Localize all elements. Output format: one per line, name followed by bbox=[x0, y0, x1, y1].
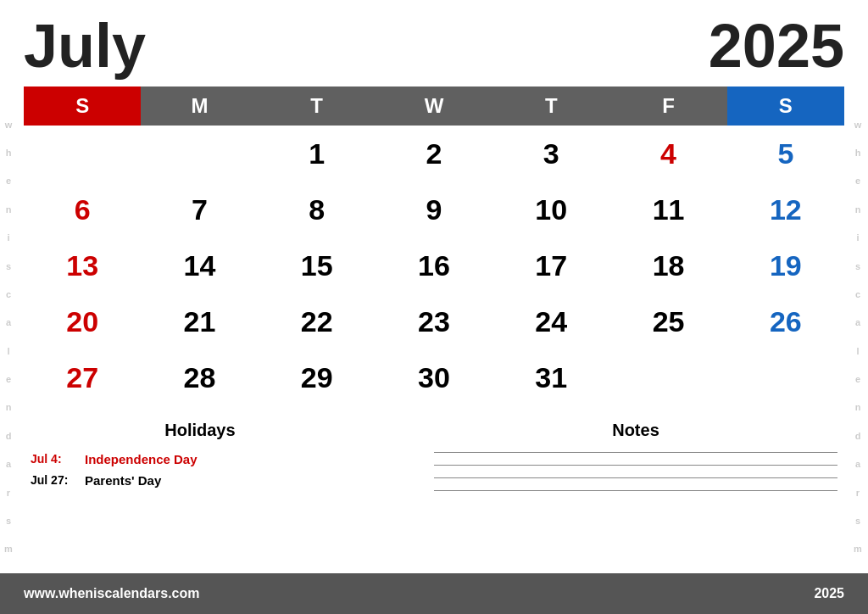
notes-section: Notes bbox=[434, 421, 837, 494]
day-8: 8 bbox=[259, 181, 376, 237]
day-16: 16 bbox=[376, 237, 492, 293]
day-24: 24 bbox=[492, 293, 609, 349]
holiday-date-2: Jul 27: bbox=[31, 473, 75, 488]
week-row-3: 13 14 15 16 17 18 19 bbox=[24, 237, 844, 293]
day-20: 20 bbox=[24, 293, 141, 349]
col-header-monday: M bbox=[141, 87, 258, 126]
notes-title: Notes bbox=[434, 421, 837, 440]
holidays-section: Holidays Jul 4: Independence Day Jul 27:… bbox=[31, 421, 370, 494]
day-empty bbox=[609, 349, 726, 405]
day-18: 18 bbox=[609, 237, 726, 293]
holiday-date-1: Jul 4: bbox=[31, 452, 75, 466]
col-header-sunday: S bbox=[24, 87, 141, 126]
day-4: 4 bbox=[609, 126, 726, 181]
notes-line-3 bbox=[434, 477, 837, 478]
notes-line-2 bbox=[434, 465, 837, 466]
day-empty bbox=[727, 349, 844, 405]
day-2: 2 bbox=[376, 126, 492, 181]
day-31: 31 bbox=[492, 349, 609, 405]
calendar-header: July 2025 bbox=[24, 15, 844, 76]
day-28: 28 bbox=[141, 349, 258, 405]
month-title: July bbox=[24, 15, 146, 76]
holiday-item-2: Jul 27: Parents' Day bbox=[31, 473, 370, 488]
footer-url: www.wheniscalendars.com bbox=[24, 586, 199, 601]
week-row-5: 27 28 29 30 31 bbox=[24, 349, 844, 405]
day-empty bbox=[24, 126, 141, 181]
day-1: 1 bbox=[259, 126, 376, 181]
day-15: 15 bbox=[259, 237, 376, 293]
day-30: 30 bbox=[376, 349, 492, 405]
day-25: 25 bbox=[609, 293, 726, 349]
day-17: 17 bbox=[492, 237, 609, 293]
week-row-4: 20 21 22 23 24 25 26 bbox=[24, 293, 844, 349]
day-19: 19 bbox=[727, 237, 844, 293]
calendar-header-row: S M T W T F S bbox=[24, 87, 844, 126]
day-6: 6 bbox=[24, 181, 141, 237]
day-5: 5 bbox=[727, 126, 844, 181]
col-header-wednesday: W bbox=[376, 87, 492, 126]
col-header-thursday: T bbox=[492, 87, 609, 126]
day-27: 27 bbox=[24, 349, 141, 405]
notes-line-1 bbox=[434, 452, 837, 453]
col-header-friday: F bbox=[609, 87, 726, 126]
holiday-name-2: Parents' Day bbox=[85, 473, 161, 488]
day-12: 12 bbox=[727, 181, 844, 237]
day-14: 14 bbox=[141, 237, 258, 293]
day-3: 3 bbox=[492, 126, 609, 181]
col-header-tuesday: T bbox=[259, 87, 376, 126]
year-title: 2025 bbox=[709, 15, 844, 76]
day-11: 11 bbox=[609, 181, 726, 237]
day-9: 9 bbox=[376, 181, 492, 237]
day-29: 29 bbox=[259, 349, 376, 405]
day-26: 26 bbox=[727, 293, 844, 349]
bottom-section: Holidays Jul 4: Independence Day Jul 27:… bbox=[24, 414, 844, 494]
footer-year: 2025 bbox=[814, 586, 844, 601]
day-10: 10 bbox=[492, 181, 609, 237]
holiday-item-1: Jul 4: Independence Day bbox=[31, 452, 370, 466]
holiday-name-1: Independence Day bbox=[85, 452, 198, 466]
notes-lines bbox=[434, 452, 837, 491]
day-23: 23 bbox=[376, 293, 492, 349]
day-22: 22 bbox=[259, 293, 376, 349]
holidays-title: Holidays bbox=[31, 421, 370, 440]
footer: www.wheniscalendars.com 2025 bbox=[0, 573, 868, 614]
day-13: 13 bbox=[24, 237, 141, 293]
week-row-1: 1 2 3 4 5 bbox=[24, 126, 844, 181]
notes-line-4 bbox=[434, 490, 837, 491]
col-header-saturday: S bbox=[727, 87, 844, 126]
week-row-2: 6 7 8 9 10 11 12 bbox=[24, 181, 844, 237]
day-empty bbox=[141, 126, 258, 181]
day-21: 21 bbox=[141, 293, 258, 349]
day-7: 7 bbox=[141, 181, 258, 237]
calendar-table: S M T W T F S 1 2 3 4 5 6 bbox=[24, 87, 844, 405]
